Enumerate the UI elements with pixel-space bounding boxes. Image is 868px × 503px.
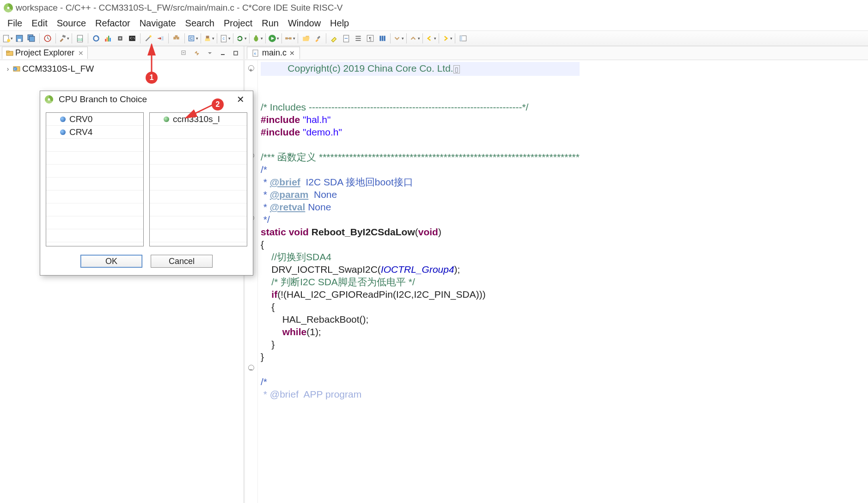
code-line: */ [261,214,270,225]
list-item[interactable] [46,165,143,178]
save-all-icon[interactable] [26,33,37,44]
code-token: * [261,202,270,212]
file-c-icon[interactable]: c [220,33,231,44]
list-item[interactable] [150,229,247,242]
expand-icon[interactable]: › [5,65,11,73]
main-toolbar: 010C:\Cc¶ [0,31,868,46]
menu-navigate[interactable]: Navigate [135,17,181,30]
list-item[interactable] [150,165,247,178]
bars-icon[interactable] [377,33,388,44]
cycle-icon[interactable] [236,33,247,44]
console-icon[interactable]: C:\ [127,33,138,44]
cpu-icon[interactable] [115,33,126,44]
list-item[interactable] [46,229,143,242]
menu-search[interactable]: Search [181,17,219,30]
code-content[interactable]: Copyright(c) 2019 China Core Co. Ltd.▯ /… [258,60,580,503]
menu-help[interactable]: Help [325,17,354,30]
callout-2: 2 [212,98,224,110]
menu-source[interactable]: Source [52,17,91,30]
list-item[interactable] [46,178,143,190]
list-item[interactable] [150,126,247,139]
open-folder-icon[interactable] [300,33,312,44]
tree-root-item[interactable]: › C CCM3310S-L_FW [2,63,241,75]
maximize-icon[interactable] [230,48,241,59]
minimize-icon[interactable] [217,48,228,59]
view-menu-icon[interactable] [204,48,215,59]
svg-rect-7 [62,35,66,38]
step-icon[interactable] [155,33,166,44]
list-item[interactable] [150,203,247,216]
hammer-build-icon[interactable] [58,33,69,44]
cpu-list-left[interactable]: CRV0CRV4 [46,112,144,246]
code-token: * [261,189,270,200]
svg-text:¶: ¶ [369,36,372,42]
list-item[interactable] [150,216,247,229]
list-item[interactable] [46,203,143,216]
menu-window[interactable]: Window [283,17,325,30]
close-icon[interactable]: ✕ [78,49,84,57]
project-explorer-tab[interactable]: Project Explorer ✕ [2,47,88,59]
close-button[interactable]: ✕ [233,93,248,106]
project-explorer-title: Project Explorer [15,48,74,58]
list-item[interactable] [150,152,247,165]
refresh-blue-icon[interactable] [91,33,102,44]
cpu-list-right[interactable]: ccm3310s_l [149,112,247,246]
wand-icon[interactable] [143,33,154,44]
bug-run-icon[interactable] [252,33,263,44]
list-item[interactable] [46,216,143,229]
svg-rect-23 [175,35,178,38]
menu-run[interactable]: Run [257,17,283,30]
packages-icon[interactable] [171,33,182,44]
brush-icon[interactable] [312,33,324,44]
list-item[interactable] [46,190,143,203]
play-run-icon[interactable] [268,33,279,44]
circle-blue-icon [60,117,66,122]
connect-icon[interactable] [284,33,295,44]
list-item[interactable]: CRV4 [46,126,143,139]
svg-rect-45 [234,51,238,55]
menu-bar: File Edit Source Refactor Navigate Searc… [0,16,868,31]
fold-expand-icon[interactable] [248,65,254,71]
code-token: void [418,227,438,237]
back-icon[interactable] [425,33,436,44]
list-icon[interactable] [353,33,364,44]
box-c-icon[interactable]: C [187,33,198,44]
nav-down-icon[interactable] [393,33,404,44]
pi-icon[interactable]: ¶ [365,33,376,44]
ok-button[interactable]: OK [80,255,142,268]
collapse-all-icon[interactable] [178,48,189,59]
binary-file-icon[interactable]: 010 [74,33,86,44]
list-item[interactable] [150,190,247,203]
app-logo-icon [4,3,13,12]
nav-up-icon[interactable] [409,33,420,44]
code-editor[interactable]: Copyright(c) 2019 China Core Co. Ltd.▯ /… [245,60,868,503]
link-editor-icon[interactable] [191,48,202,59]
clean-icon[interactable] [203,33,214,44]
editor-tab-main-c[interactable]: c main.c ✕ [247,47,300,59]
spectrum-icon[interactable] [103,33,114,44]
menu-edit[interactable]: Edit [27,17,52,30]
code-token [261,289,271,300]
fold-collapse-icon[interactable] [248,365,254,371]
menu-refactor[interactable]: Refactor [91,17,135,30]
list-item[interactable] [150,178,247,190]
new-wizard-icon[interactable] [2,33,13,44]
list-item[interactable]: CRV0 [46,113,143,126]
menu-project[interactable]: Project [219,17,257,30]
close-icon[interactable]: ✕ [289,49,295,57]
list-item[interactable] [46,139,143,152]
cancel-button[interactable]: Cancel [151,255,213,268]
doc-step-icon[interactable] [341,33,352,44]
forward-icon[interactable] [441,33,452,44]
save-icon[interactable] [14,33,25,44]
project-explorer-tree[interactable]: › C CCM3310S-L_FW [0,60,243,78]
toggle-pane-icon[interactable] [458,33,469,44]
clock-icon[interactable] [42,33,53,44]
list-item[interactable] [150,139,247,152]
list-item[interactable]: ccm3310s_l [150,113,247,126]
code-token: ( [415,227,418,237]
code-token: None [308,189,337,200]
list-item[interactable] [46,152,143,165]
highlighter-icon[interactable] [329,33,340,44]
menu-file[interactable]: File [3,17,27,30]
